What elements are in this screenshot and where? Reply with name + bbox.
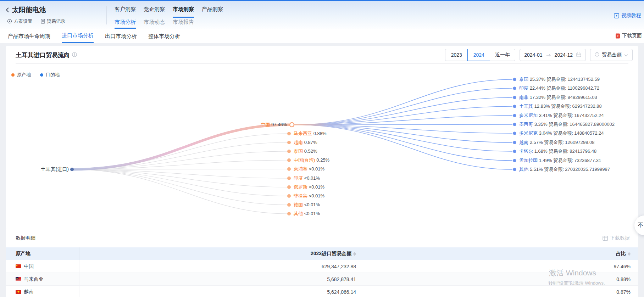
destination-label[interactable]: 孟加拉国 1.49% 贸易金额: 73236877.31 xyxy=(519,157,601,164)
destination-nodes xyxy=(513,78,516,171)
tab-competitor-insight[interactable]: 竞企洞察 xyxy=(144,4,165,18)
header-divider xyxy=(106,6,107,24)
china-flow-band[interactable] xyxy=(72,125,289,169)
back-icon[interactable] xyxy=(6,7,9,13)
origin-label-china[interactable]: 中国 97.46% xyxy=(261,122,287,128)
row-country: 中国 xyxy=(24,263,34,270)
tab-market-report[interactable]: 市场报告 xyxy=(173,19,194,29)
origin-label[interactable]: 中国(台湾) 0.25% xyxy=(294,157,329,163)
importer-node[interactable] xyxy=(70,168,74,171)
nav-export-market-analysis[interactable]: 出口市场分析 xyxy=(105,29,137,43)
destination-label[interactable]: 印度 22.44% 贸易金额: 1100296842.72 xyxy=(519,85,599,91)
app-header: 太阳能电池 方案设置 贸易记录 客户洞察 竞企洞察 市场洞察 产品洞察 市场分析… xyxy=(0,1,644,29)
origin-label[interactable]: 德国 <0.01% xyxy=(294,202,320,208)
table-row[interactable]: 马来西亚 5,682,878.41 0.88% xyxy=(6,273,638,286)
download-page-button[interactable]: P 下载页面 xyxy=(615,33,642,39)
row-amount: 629,347,232.88 xyxy=(79,260,360,273)
row-country: 越南 xyxy=(24,289,34,295)
row-share: 97.46% xyxy=(360,260,638,273)
windows-activation-watermark: 激活 Windows xyxy=(549,268,596,278)
tab-product-insight[interactable]: 产品洞察 xyxy=(202,4,223,18)
flag-malaysia-icon xyxy=(16,277,21,281)
tab-market-dynamics[interactable]: 市场动态 xyxy=(144,19,165,29)
document-icon xyxy=(41,19,45,24)
origin-nodes xyxy=(287,132,291,215)
data-detail-card: 数据明细 下载数据 原产地 2023进口贸易金额 占比 中 xyxy=(6,229,638,297)
flag-china-icon xyxy=(16,264,21,268)
section-nav: 产品市场生命周期 进口市场分析 出口市场分析 整体市场分析 P 下载页面 xyxy=(0,29,644,43)
column-header-origin[interactable]: 原产地 xyxy=(6,247,79,260)
destination-label[interactable]: 越南 2.57% 贸易金额: 126097298.08 xyxy=(519,139,595,146)
year-2024-button[interactable]: 2024 xyxy=(467,49,490,61)
target-icon xyxy=(7,19,12,24)
tab-customer-insight[interactable]: 客户洞察 xyxy=(115,4,136,18)
origin-label[interactable]: 其他 <0.01% xyxy=(294,211,320,217)
trade-records-button[interactable]: 贸易记录 xyxy=(41,18,65,24)
excel-file-icon xyxy=(603,236,608,241)
nav-product-lifecycle[interactable]: 产品市场生命周期 xyxy=(8,29,50,43)
row-country: 马来西亚 xyxy=(24,276,44,282)
destination-label[interactable]: 墨西哥 3.35% 贸易金额: 164465827.89000002 xyxy=(519,121,615,128)
table-header-row: 原产地 2023进口贸易金额 占比 xyxy=(6,247,638,260)
flow-curves xyxy=(6,46,638,229)
table-section-title: 数据明细 xyxy=(16,235,35,241)
sort-icon[interactable] xyxy=(353,252,356,256)
tab-market-analysis[interactable]: 市场分析 xyxy=(115,19,136,29)
windows-activation-watermark-sub: 转到“设置”以激活 Windows。 xyxy=(548,280,608,286)
tab-market-insight[interactable]: 市场洞察 xyxy=(173,4,194,18)
video-tutorial-link[interactable]: 视频教程 xyxy=(614,12,641,19)
destination-label[interactable]: 多米尼加 3.41% 贸易金额: 167432752.24 xyxy=(519,112,604,119)
play-video-icon xyxy=(614,13,619,18)
row-amount: 5,682,878.41 xyxy=(79,273,360,285)
destination-label[interactable]: 泰国 25.37% 贸易金额: 1244137452.59 xyxy=(519,76,600,83)
destination-label[interactable]: 土耳其 12.83% 贸易金额: 629347232.88 xyxy=(519,103,602,110)
primary-tabs: 客户洞察 竞企洞察 市场洞察 产品洞察 xyxy=(115,4,223,18)
origin-label[interactable]: 柬埔寨 <0.01% xyxy=(294,166,324,172)
origin-label[interactable]: 印度 <0.01% xyxy=(294,175,320,181)
sort-icon[interactable] xyxy=(628,252,631,256)
download-data-button[interactable]: 下载数据 xyxy=(603,235,630,241)
origin-label[interactable]: 菲律宾 <0.01% xyxy=(294,193,324,199)
destination-label[interactable]: 南非 17.32% 贸易金额: 849299615.03 xyxy=(519,94,597,101)
row-share: 0.87% xyxy=(360,286,638,297)
row-amount: 5,624,066.14 xyxy=(79,286,360,297)
column-header-amount[interactable]: 2023进口贸易金额 xyxy=(79,247,360,260)
origin-label[interactable]: 泰国 0.52% xyxy=(294,148,317,155)
destination-label[interactable]: 其他 5.51% 贸易金额: 270320035.71999997 xyxy=(519,166,610,173)
table-row[interactable]: 中国 629,347,232.88 97.46% xyxy=(6,260,638,273)
page-title: 太阳能电池 xyxy=(12,5,46,15)
origin-node-china[interactable] xyxy=(290,123,294,127)
origin-label[interactable]: 越南 0.87% xyxy=(294,139,317,146)
pdf-file-icon: P xyxy=(615,33,620,39)
table-row[interactable]: 越南 5,624,066.14 0.87% xyxy=(6,286,638,297)
nav-overall-market-analysis[interactable]: 整体市场分析 xyxy=(148,29,180,43)
import-flow-card: 土耳其进口贸易流向 2023 2024 近一年 2024-01 2024-12 … xyxy=(6,46,638,229)
secondary-tabs: 市场分析 市场动态 市场报告 xyxy=(115,19,194,29)
trade-flow-diagram: 土耳其(进口) 中国 97.46% 马来西亚 0.88% 越南 0.87% 泰国… xyxy=(6,46,638,229)
origin-label[interactable]: 俄罗斯 <0.01% xyxy=(294,184,324,190)
flag-vietnam-icon xyxy=(16,290,21,294)
scheme-settings-button[interactable]: 方案设置 xyxy=(7,18,32,24)
column-header-share[interactable]: 占比 xyxy=(360,247,638,260)
destination-label[interactable]: 多米尼克 3.04% 贸易金额: 148840572.24 xyxy=(519,130,604,136)
importer-label[interactable]: 土耳其(进口) xyxy=(41,166,69,173)
origin-label[interactable]: 马来西亚 0.88% xyxy=(294,130,327,137)
nav-import-market-analysis[interactable]: 进口市场分析 xyxy=(62,29,94,43)
svg-text:P: P xyxy=(617,35,619,37)
destination-label[interactable]: 卡塔尔 1.68% 贸易金额: 82413796.48 xyxy=(519,148,596,155)
